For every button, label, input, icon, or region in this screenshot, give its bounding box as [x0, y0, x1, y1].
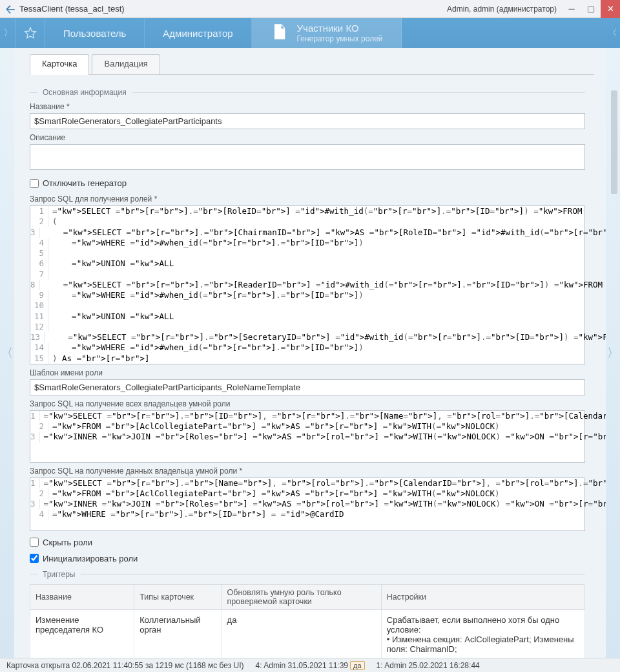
tab-user[interactable]: Пользователь: [45, 18, 145, 48]
window-title: TessaClient (tessa_acl_test): [19, 4, 447, 14]
toolbar-right-arrow[interactable]: 〈: [604, 18, 620, 48]
status-v1: 1: Admin 25.02.2021 16:28:44: [377, 661, 480, 670]
maximize-button[interactable]: ▢: [581, 0, 601, 18]
table-header[interactable]: Название: [30, 584, 134, 609]
document-icon: [270, 23, 291, 43]
main-content: Карточка Валидация Основная информация Н…: [14, 48, 606, 658]
app-icon: [5, 4, 16, 14]
table-header[interactable]: Обновлять умную роль только проверяемой …: [222, 584, 381, 609]
inner-tab-validation[interactable]: Валидация: [92, 54, 160, 75]
sql-roles-label: Запрос SQL для получения ролей: [30, 194, 585, 204]
sql-owner-data-label: Запрос SQL на получение данных владельца…: [30, 467, 585, 476]
tab-title: Участники КО: [297, 23, 383, 34]
status-main: Карточка открыта 02.06.2021 11:40:55 за …: [6, 661, 244, 670]
tab-participants[interactable]: Участники КО Генератор умных ролей: [252, 18, 402, 48]
table-header[interactable]: Настройки: [381, 584, 584, 609]
status-chip: да: [350, 661, 365, 670]
role-template-label: Шаблон имени роли: [30, 368, 585, 377]
group-main: Основная информация: [30, 88, 585, 97]
tab-subtitle: Генератор умных ролей: [297, 34, 383, 43]
init-roles-check[interactable]: Инициализировать роли: [30, 554, 585, 563]
role-template-input[interactable]: [30, 379, 585, 395]
desc-input[interactable]: [30, 144, 585, 170]
close-button[interactable]: ✕: [601, 0, 620, 18]
window-user: Admin, admin (администратор): [447, 5, 557, 14]
sql-owner-data-editor[interactable]: 1="kw">SELECT ="br">[r="br">].="br">[Nam…: [30, 478, 585, 531]
titlebar: TessaClient (tessa_acl_test) Admin, admi…: [0, 0, 620, 18]
init-roles-checkbox[interactable]: [30, 554, 39, 563]
name-input[interactable]: [30, 113, 585, 129]
panel-collapse-left[interactable]: 〈: [0, 48, 14, 658]
main-toolbar: 〉 Пользователь Администратор Участники К…: [0, 18, 620, 48]
desc-label: Описание: [30, 133, 585, 142]
statusbar: Карточка открыта 02.06.2021 11:40:55 за …: [0, 658, 620, 672]
sql-owners-editor[interactable]: 1="kw">SELECT ="br">[r="br">].="br">[ID=…: [30, 410, 585, 463]
minimize-button[interactable]: ─: [562, 0, 581, 18]
table-row[interactable]: Изменение председателя КОКоллегиальный о…: [30, 609, 585, 658]
hide-roles-checkbox[interactable]: [30, 538, 39, 547]
group-triggers: Триггеры: [30, 570, 585, 579]
favorite-button[interactable]: [16, 18, 45, 48]
status-v4: 4: Admin 31.05.2021 11:39: [256, 661, 348, 670]
toolbar-left-arrow[interactable]: 〉: [0, 18, 16, 48]
sql-roles-editor[interactable]: 1="kw">SELECT ="br">[r="br">].="br">[Rol…: [30, 205, 585, 364]
table-header[interactable]: Типы карточек: [134, 584, 222, 609]
tab-admin[interactable]: Администратор: [145, 18, 251, 48]
hide-roles-check[interactable]: Скрыть роли: [30, 538, 585, 547]
triggers-table: НазваниеТипы карточекОбновлять умную рол…: [30, 584, 585, 658]
name-label: Название: [30, 102, 585, 111]
disable-generator-checkbox[interactable]: [30, 179, 39, 188]
inner-tab-card[interactable]: Карточка: [30, 54, 89, 75]
disable-generator-check[interactable]: Отключить генератор: [30, 178, 585, 188]
sql-owners-label: Запрос SQL на получение всех владельцев …: [30, 399, 585, 408]
